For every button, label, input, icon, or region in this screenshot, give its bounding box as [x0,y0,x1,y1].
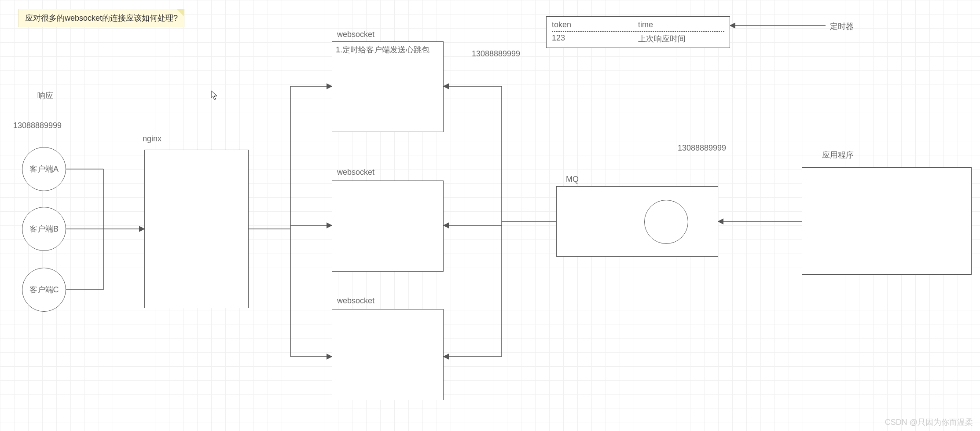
mq-box [556,186,718,257]
label-ws3: websocket [337,296,374,306]
note-text: 应对很多的websocket的连接应该如何处理? [25,14,178,22]
label-ws1: websocket [337,30,374,39]
cursor-icon [210,90,218,101]
client-b: 客户端B [22,207,66,251]
mq-circle [644,200,688,244]
token-table: token time 123 上次响应时间 [546,16,730,48]
websocket-box-2 [332,181,444,272]
label-mq: MQ [566,175,579,184]
client-a: 客户端A [22,147,66,191]
nginx-box [144,150,249,308]
label-app: 应用程序 [822,150,854,160]
client-c-label: 客户端C [29,284,59,295]
app-box [802,167,972,275]
label-phone3: 13088889999 [678,144,726,153]
label-ws2: websocket [337,168,374,177]
th-token: token [552,20,638,29]
sticky-note: 应对很多的websocket的连接应该如何处理? [18,9,184,27]
label-timer: 定时器 [830,21,854,32]
td-token: 123 [552,33,638,44]
websocket-box-1: 1.定时给客户端发送心跳包 [332,41,444,132]
client-b-label: 客户端B [29,224,59,234]
label-phone1: 13088889999 [13,121,62,130]
watermark: CSDN @只因为你而温柔 [885,417,973,427]
td-time: 上次响应时间 [638,33,724,44]
client-a-label: 客户端A [29,164,59,174]
client-c: 客户端C [22,268,66,312]
label-response: 响应 [37,90,53,101]
th-time: time [638,20,724,29]
heartbeat-text: 1.定时给客户端发送心跳包 [336,45,429,54]
websocket-box-3 [332,309,444,400]
label-phone2: 13088889999 [472,49,520,59]
label-nginx: nginx [143,134,161,144]
